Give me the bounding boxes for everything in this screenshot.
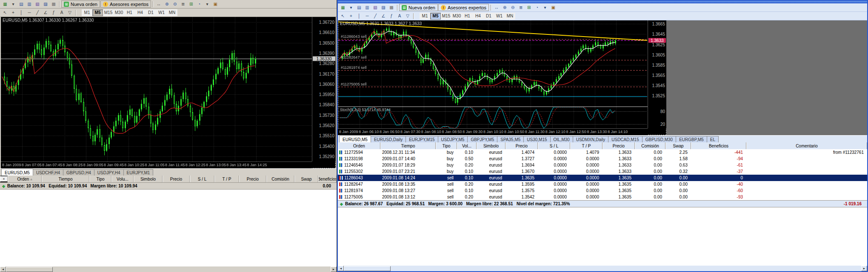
horizontal-scrollbar-right[interactable]: ◄ ► bbox=[338, 265, 867, 271]
trade-row-11281974[interactable]: 112819742009.01.08 13:27sell0.10eurusd1.… bbox=[338, 187, 867, 194]
tab-eurgbp-m5[interactable]: EURGBP,M5 bbox=[676, 136, 707, 142]
column-header-orden[interactable]: Orden bbox=[338, 142, 380, 149]
scroll-left-icon[interactable]: ◄ bbox=[0, 266, 6, 272]
timeframe-h1[interactable]: H1 bbox=[124, 9, 135, 16]
indicators-icon[interactable]: ⊞ bbox=[525, 4, 533, 11]
navigator-icon[interactable]: ▧ bbox=[34, 1, 41, 8]
trade-row-11246546[interactable]: 112465462009.01.07 18:29buy0.20eurusd1.3… bbox=[338, 162, 867, 168]
timeframe-d1[interactable]: D1 bbox=[483, 13, 494, 20]
periods-icon[interactable]: ◔ bbox=[533, 4, 541, 11]
trendline-icon[interactable]: ╱ bbox=[34, 9, 41, 16]
tab-spa35-m5[interactable]: SPA35,M5 bbox=[497, 136, 524, 142]
chart-canvas[interactable] bbox=[338, 20, 647, 106]
fibonacci-icon[interactable]: ƒ bbox=[388, 13, 395, 20]
scroll-left-icon[interactable]: ◄ bbox=[338, 266, 344, 271]
cursor-icon[interactable]: ↖ bbox=[339, 13, 347, 20]
timeframe-mn[interactable]: MN bbox=[505, 13, 515, 20]
tab-eurjpy-m1[interactable]: EURJPY,M1 bbox=[123, 169, 154, 176]
column-header-t-p[interactable]: T / P bbox=[570, 142, 602, 149]
tab-eurjpy-m15[interactable]: EURJPY,M15 bbox=[405, 136, 438, 142]
timeframe-h4[interactable]: H4 bbox=[473, 13, 483, 20]
vertical-line-icon[interactable]: │ bbox=[355, 13, 363, 20]
zoom-in-icon[interactable]: ⊕ bbox=[501, 4, 508, 11]
tab-el[interactable]: EL bbox=[707, 136, 719, 142]
profiles-icon[interactable]: ▤ bbox=[355, 4, 363, 11]
column-header-comisi-n[interactable]: Comisión bbox=[266, 176, 294, 182]
trade-row-11275005[interactable]: 112750052009.01.08 13:12sell0.20eurusd1.… bbox=[338, 194, 867, 200]
expert-advisors-button[interactable]: ! Asesores expertos bbox=[100, 0, 151, 8]
column-header-precio[interactable]: Precio bbox=[239, 176, 266, 182]
column-header-precio[interactable]: Precio bbox=[505, 142, 538, 149]
profiles-icon[interactable]: ▤ bbox=[17, 1, 25, 8]
column-header-tipo[interactable]: Tipo bbox=[436, 142, 457, 149]
strategy-tester-icon[interactable]: ▩ bbox=[50, 1, 57, 8]
terminal-icon[interactable]: ▨ bbox=[380, 4, 387, 11]
crosshair-icon[interactable]: + bbox=[9, 9, 17, 16]
channel-icon[interactable]: ∠ bbox=[380, 13, 387, 20]
column-header-tiempo[interactable]: Tiempo bbox=[42, 176, 89, 182]
navigator-icon[interactable]: ▧ bbox=[371, 4, 379, 11]
column-header-precio[interactable]: Precio bbox=[163, 176, 190, 182]
zoom-in-icon[interactable]: ⊕ bbox=[163, 1, 171, 8]
timeframe-m5[interactable]: M5 bbox=[430, 13, 441, 20]
tab-usdmxn-daily[interactable]: USDMXN,Daily bbox=[573, 136, 608, 142]
tab-usdcad-m15[interactable]: USDCAD,M15 bbox=[608, 136, 642, 142]
chart-list-icon[interactable]: ▾ bbox=[347, 4, 355, 11]
trade-row-11272594[interactable]: 112725942008.12.31 11:34buy0.10eurusd1.4… bbox=[338, 149, 867, 156]
new-order-button[interactable]: ⊞ Nueva orden bbox=[399, 4, 438, 11]
timeframe-w1[interactable]: W1 bbox=[494, 13, 505, 20]
market-watch-icon[interactable]: ▥ bbox=[26, 1, 33, 8]
timeframe-d1[interactable]: D1 bbox=[146, 9, 156, 16]
chart-shift-icon[interactable]: ↔ bbox=[493, 4, 500, 11]
tab-eurusd-daily[interactable]: EURUSD,Daily bbox=[371, 136, 406, 142]
column-header-simbolo[interactable]: Simbolo bbox=[134, 176, 163, 182]
chart-list-icon[interactable]: ▾ bbox=[9, 1, 17, 8]
vertical-line-icon[interactable]: │ bbox=[17, 9, 25, 16]
column-header-volu-[interactable]: Volu... bbox=[111, 176, 134, 182]
price-scale[interactable]: 1.36651.36451.36251.36051.35851.35651.35… bbox=[648, 20, 666, 128]
column-header-vol-[interactable]: Vol... bbox=[457, 142, 477, 149]
text-label-icon[interactable]: A bbox=[58, 9, 66, 16]
templates-icon[interactable]: ▣ bbox=[211, 1, 219, 8]
tile-windows-icon[interactable]: ≣ bbox=[517, 4, 525, 11]
timeframe-m30[interactable]: M30 bbox=[114, 9, 124, 16]
tab-gbpusd-m30[interactable]: GBPUSD,M30 bbox=[642, 136, 676, 142]
trade-row-11233198[interactable]: 112331982009.01.07 14:40buy0.50eurusd1.3… bbox=[338, 156, 867, 162]
tab-gbpusd-h4[interactable]: GBPUSD,H4 bbox=[63, 169, 94, 176]
tab-eurusd-m5[interactable]: EURUSD,M5 bbox=[339, 136, 371, 142]
time-axis[interactable]: 8 Jan 20098 Jan 07:058 Jan 07:458 Jan 08… bbox=[1, 162, 312, 168]
expert-advisors-button[interactable]: ! Asesores expertos bbox=[438, 4, 489, 11]
timeframe-mn[interactable]: MN bbox=[167, 9, 177, 16]
column-header-swap[interactable]: Swap bbox=[665, 142, 691, 149]
chart-canvas[interactable] bbox=[1, 17, 312, 162]
trendline-icon[interactable]: ╱ bbox=[371, 13, 379, 20]
tab-us30-m15[interactable]: US30,M15 bbox=[523, 136, 550, 142]
column-header-comisi-n[interactable]: Comisión bbox=[635, 142, 665, 149]
timeframe-m30[interactable]: M30 bbox=[451, 13, 462, 20]
time-axis[interactable]: 8 Jan 20098 Jan 06:108 Jan 06:508 Jan 07… bbox=[338, 128, 648, 135]
new-chart-icon[interactable]: ▦ bbox=[339, 4, 347, 11]
column-header-t-p[interactable]: T / P bbox=[214, 176, 239, 182]
fibonacci-icon[interactable]: ƒ bbox=[50, 9, 57, 16]
timeframe-m1[interactable]: M1 bbox=[82, 9, 92, 16]
channel-icon[interactable]: ∠ bbox=[42, 9, 49, 16]
scrollbar-thumb[interactable] bbox=[344, 266, 391, 271]
column-header-tipo[interactable]: Tipo bbox=[89, 176, 111, 182]
close-terminal-button[interactable]: × bbox=[0, 176, 8, 182]
tab-gbpjpy-m5[interactable]: GBPJPY,M5 bbox=[467, 136, 497, 142]
column-header-orden[interactable]: Orden▵ bbox=[8, 176, 42, 182]
periods-icon[interactable]: ◔ bbox=[195, 1, 203, 8]
trade-row-11286043[interactable]: 112860432009.01.08 14:24sell0.10eurusd1.… bbox=[338, 175, 867, 181]
timeframe-h1[interactable]: H1 bbox=[462, 13, 473, 20]
crosshair-icon[interactable]: + bbox=[347, 13, 355, 20]
timeframe-h4[interactable]: H4 bbox=[135, 9, 146, 16]
timeframe-m5[interactable]: M5 bbox=[92, 9, 103, 16]
column-header-beneficios[interactable]: Beneficios bbox=[318, 176, 337, 182]
new-order-button[interactable]: ⊞ Nueva orden bbox=[61, 0, 100, 8]
templates-icon[interactable]: ▣ bbox=[549, 4, 557, 11]
arrow-tools-icon[interactable]: ▽ bbox=[66, 9, 74, 16]
horizontal-scrollbar-left[interactable]: ◄ ► bbox=[0, 266, 337, 272]
column-header-swap[interactable]: Swap bbox=[294, 176, 318, 182]
cursor-icon[interactable]: ↖ bbox=[1, 9, 9, 16]
column-header-s-l[interactable]: S / L bbox=[538, 142, 570, 149]
